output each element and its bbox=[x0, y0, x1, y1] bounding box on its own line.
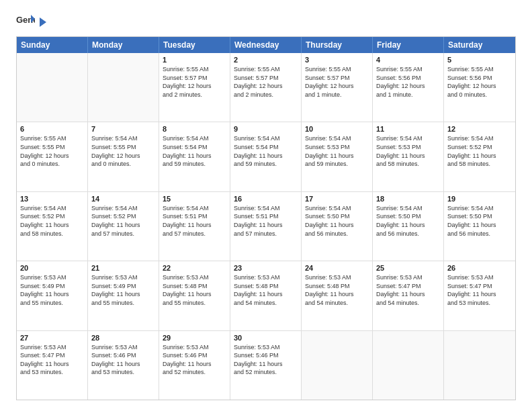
weekday-header: Monday bbox=[88, 37, 159, 53]
calendar-cell: 1Sunrise: 5:55 AM Sunset: 5:57 PM Daylig… bbox=[159, 53, 230, 122]
cell-info: Sunrise: 5:55 AM Sunset: 5:55 PM Dayligh… bbox=[20, 134, 84, 168]
calendar-cell: 24Sunrise: 5:53 AM Sunset: 5:48 PM Dayli… bbox=[302, 261, 373, 330]
calendar-cell: 8Sunrise: 5:54 AM Sunset: 5:54 PM Daylig… bbox=[159, 122, 230, 191]
day-number: 15 bbox=[163, 195, 226, 203]
calendar-cell bbox=[302, 331, 373, 400]
calendar-cell: 21Sunrise: 5:53 AM Sunset: 5:49 PM Dayli… bbox=[88, 261, 159, 330]
cell-info: Sunrise: 5:53 AM Sunset: 5:48 PM Dayligh… bbox=[163, 273, 226, 307]
calendar-cell: 29Sunrise: 5:53 AM Sunset: 5:46 PM Dayli… bbox=[159, 331, 230, 400]
calendar-row: 20Sunrise: 5:53 AM Sunset: 5:49 PM Dayli… bbox=[17, 261, 515, 330]
weekday-header: Friday bbox=[373, 37, 444, 53]
calendar-cell: 14Sunrise: 5:54 AM Sunset: 5:52 PM Dayli… bbox=[88, 192, 159, 261]
calendar-cell: 28Sunrise: 5:53 AM Sunset: 5:46 PM Dayli… bbox=[88, 331, 159, 400]
calendar-cell: 16Sunrise: 5:54 AM Sunset: 5:51 PM Dayli… bbox=[230, 192, 302, 261]
cell-info: Sunrise: 5:54 AM Sunset: 5:52 PM Dayligh… bbox=[447, 134, 512, 168]
cell-info: Sunrise: 5:53 AM Sunset: 5:46 PM Dayligh… bbox=[163, 343, 226, 377]
calendar-row: 6Sunrise: 5:55 AM Sunset: 5:55 PM Daylig… bbox=[17, 122, 515, 191]
header: General bbox=[16, 13, 516, 28]
day-number: 28 bbox=[91, 334, 155, 342]
day-number: 6 bbox=[20, 125, 84, 133]
calendar-cell: 3Sunrise: 5:55 AM Sunset: 5:57 PM Daylig… bbox=[302, 53, 373, 122]
day-number: 14 bbox=[91, 195, 155, 203]
day-number: 25 bbox=[376, 264, 440, 272]
cell-info: Sunrise: 5:54 AM Sunset: 5:51 PM Dayligh… bbox=[163, 204, 226, 238]
calendar-row: 27Sunrise: 5:53 AM Sunset: 5:47 PM Dayli… bbox=[17, 331, 515, 400]
calendar-body: 1Sunrise: 5:55 AM Sunset: 5:57 PM Daylig… bbox=[17, 53, 515, 400]
calendar-cell: 2Sunrise: 5:55 AM Sunset: 5:57 PM Daylig… bbox=[230, 53, 302, 122]
cell-info: Sunrise: 5:53 AM Sunset: 5:46 PM Dayligh… bbox=[234, 343, 298, 377]
calendar-cell: 10Sunrise: 5:54 AM Sunset: 5:53 PM Dayli… bbox=[302, 122, 373, 191]
weekday-header: Saturday bbox=[444, 37, 515, 53]
calendar-cell: 22Sunrise: 5:53 AM Sunset: 5:48 PM Dayli… bbox=[159, 261, 230, 330]
calendar-cell bbox=[17, 53, 88, 122]
calendar-cell: 11Sunrise: 5:54 AM Sunset: 5:53 PM Dayli… bbox=[373, 122, 444, 191]
cell-info: Sunrise: 5:54 AM Sunset: 5:53 PM Dayligh… bbox=[305, 134, 369, 168]
calendar-cell: 26Sunrise: 5:53 AM Sunset: 5:47 PM Dayli… bbox=[444, 261, 515, 330]
calendar-cell: 15Sunrise: 5:54 AM Sunset: 5:51 PM Dayli… bbox=[159, 192, 230, 261]
calendar-header: SundayMondayTuesdayWednesdayThursdayFrid… bbox=[17, 37, 515, 53]
day-number: 9 bbox=[234, 125, 298, 133]
cell-info: Sunrise: 5:53 AM Sunset: 5:49 PM Dayligh… bbox=[91, 273, 155, 307]
day-number: 22 bbox=[163, 264, 226, 272]
logo: General bbox=[16, 13, 48, 28]
calendar-cell: 27Sunrise: 5:53 AM Sunset: 5:47 PM Dayli… bbox=[17, 331, 88, 400]
weekday-header: Wednesday bbox=[230, 37, 302, 53]
page: General SundayMondayTuesdayWednesdayThur… bbox=[0, 0, 532, 411]
weekday-header: Sunday bbox=[17, 37, 88, 53]
day-number: 4 bbox=[376, 56, 440, 64]
calendar: SundayMondayTuesdayWednesdayThursdayFrid… bbox=[16, 36, 516, 400]
calendar-cell: 6Sunrise: 5:55 AM Sunset: 5:55 PM Daylig… bbox=[17, 122, 88, 191]
calendar-cell: 18Sunrise: 5:54 AM Sunset: 5:50 PM Dayli… bbox=[373, 192, 444, 261]
day-number: 18 bbox=[376, 195, 440, 203]
cell-info: Sunrise: 5:53 AM Sunset: 5:47 PM Dayligh… bbox=[20, 343, 84, 377]
day-number: 5 bbox=[447, 56, 512, 64]
cell-info: Sunrise: 5:53 AM Sunset: 5:49 PM Dayligh… bbox=[20, 273, 84, 307]
day-number: 1 bbox=[163, 56, 226, 64]
day-number: 10 bbox=[305, 125, 369, 133]
logo-arrow bbox=[38, 16, 48, 28]
day-number: 30 bbox=[234, 334, 298, 342]
day-number: 26 bbox=[447, 264, 512, 272]
calendar-cell: 19Sunrise: 5:54 AM Sunset: 5:50 PM Dayli… bbox=[444, 192, 515, 261]
day-number: 12 bbox=[447, 125, 512, 133]
calendar-cell: 25Sunrise: 5:53 AM Sunset: 5:47 PM Dayli… bbox=[373, 261, 444, 330]
cell-info: Sunrise: 5:54 AM Sunset: 5:50 PM Dayligh… bbox=[447, 204, 512, 238]
cell-info: Sunrise: 5:54 AM Sunset: 5:55 PM Dayligh… bbox=[91, 134, 155, 168]
day-number: 13 bbox=[20, 195, 84, 203]
cell-info: Sunrise: 5:54 AM Sunset: 5:52 PM Dayligh… bbox=[91, 204, 155, 238]
calendar-cell: 23Sunrise: 5:53 AM Sunset: 5:48 PM Dayli… bbox=[230, 261, 302, 330]
calendar-cell: 5Sunrise: 5:55 AM Sunset: 5:56 PM Daylig… bbox=[444, 53, 515, 122]
cell-info: Sunrise: 5:55 AM Sunset: 5:56 PM Dayligh… bbox=[376, 65, 440, 99]
calendar-cell: 4Sunrise: 5:55 AM Sunset: 5:56 PM Daylig… bbox=[373, 53, 444, 122]
calendar-cell: 20Sunrise: 5:53 AM Sunset: 5:49 PM Dayli… bbox=[17, 261, 88, 330]
day-number: 19 bbox=[447, 195, 512, 203]
calendar-cell: 7Sunrise: 5:54 AM Sunset: 5:55 PM Daylig… bbox=[88, 122, 159, 191]
day-number: 7 bbox=[91, 125, 155, 133]
logo-icon: General bbox=[16, 13, 35, 28]
day-number: 20 bbox=[20, 264, 84, 272]
calendar-cell: 13Sunrise: 5:54 AM Sunset: 5:52 PM Dayli… bbox=[17, 192, 88, 261]
cell-info: Sunrise: 5:54 AM Sunset: 5:54 PM Dayligh… bbox=[234, 134, 298, 168]
calendar-cell bbox=[88, 53, 159, 122]
day-number: 8 bbox=[163, 125, 226, 133]
calendar-cell bbox=[373, 331, 444, 400]
cell-info: Sunrise: 5:53 AM Sunset: 5:46 PM Dayligh… bbox=[91, 343, 155, 377]
calendar-row: 1Sunrise: 5:55 AM Sunset: 5:57 PM Daylig… bbox=[17, 53, 515, 122]
cell-info: Sunrise: 5:53 AM Sunset: 5:48 PM Dayligh… bbox=[234, 273, 298, 307]
day-number: 11 bbox=[376, 125, 440, 133]
cell-info: Sunrise: 5:54 AM Sunset: 5:52 PM Dayligh… bbox=[20, 204, 84, 238]
cell-info: Sunrise: 5:53 AM Sunset: 5:47 PM Dayligh… bbox=[447, 273, 512, 307]
cell-info: Sunrise: 5:55 AM Sunset: 5:56 PM Dayligh… bbox=[447, 65, 512, 99]
calendar-cell bbox=[444, 331, 515, 400]
day-number: 2 bbox=[234, 56, 298, 64]
day-number: 3 bbox=[305, 56, 369, 64]
day-number: 21 bbox=[91, 264, 155, 272]
cell-info: Sunrise: 5:53 AM Sunset: 5:48 PM Dayligh… bbox=[305, 273, 369, 307]
cell-info: Sunrise: 5:54 AM Sunset: 5:50 PM Dayligh… bbox=[376, 204, 440, 238]
day-number: 29 bbox=[163, 334, 226, 342]
day-number: 16 bbox=[234, 195, 298, 203]
calendar-row: 13Sunrise: 5:54 AM Sunset: 5:52 PM Dayli… bbox=[17, 192, 515, 261]
day-number: 27 bbox=[20, 334, 84, 342]
day-number: 17 bbox=[305, 195, 369, 203]
calendar-cell: 30Sunrise: 5:53 AM Sunset: 5:46 PM Dayli… bbox=[230, 331, 302, 400]
